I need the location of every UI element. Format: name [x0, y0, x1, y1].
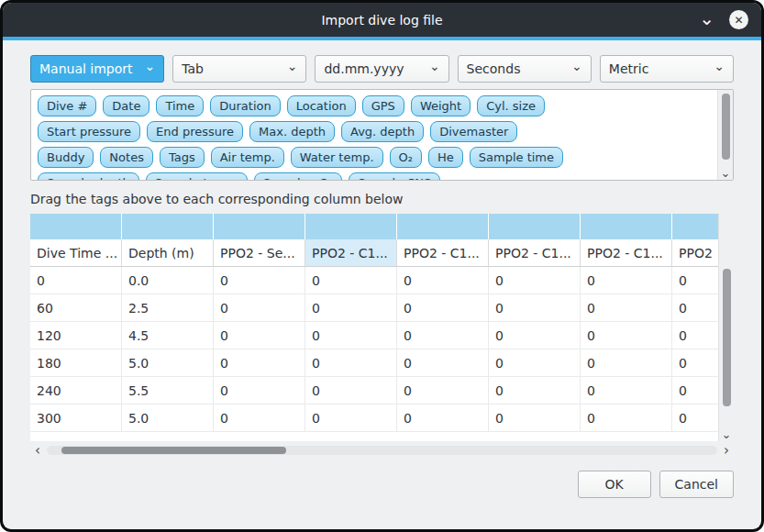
drop-target-row[interactable] — [30, 214, 718, 239]
table-cell: 0 — [489, 349, 581, 377]
chevron-down-icon: ⌄ — [571, 61, 582, 71]
table-cell: 240 — [30, 377, 122, 405]
scrollbar-thumb[interactable] — [61, 447, 286, 454]
table-horizontal-scrollbar[interactable]: ‹ › — [30, 443, 734, 458]
table-header-row: Dive Time ...Depth (m)PPO2 - Se...PPO2 -… — [30, 239, 718, 267]
tag-row: Dive #DateTimeDurationLocationGPSWeightC… — [38, 95, 714, 116]
tag-start-pressure[interactable]: Start pressure — [38, 121, 140, 142]
table-cell: 0 — [305, 322, 397, 349]
table-vertical-scrollbar[interactable]: ⌄ — [718, 214, 734, 441]
table-cell: 0 — [489, 294, 581, 322]
table-row: 1204.5000000 — [30, 322, 718, 349]
drop-target-cell[interactable] — [122, 214, 214, 239]
table-cell: 0 — [397, 377, 489, 405]
table-cell: 0 — [214, 294, 305, 322]
tag-dive[interactable]: Dive # — [38, 95, 96, 116]
tag-sample-depth[interactable]: Sample depth — [38, 172, 139, 180]
tag-sample-po[interactable]: Sample pO₂ — [254, 172, 343, 180]
drop-target-cell[interactable] — [305, 214, 397, 239]
titlebar-icons: ⌄ ✕ — [699, 3, 748, 37]
dropdown-manual-import[interactable]: Manual import⌄ — [30, 55, 164, 83]
chevron-down-icon[interactable]: ⌄ — [719, 429, 734, 440]
tag-max-depth[interactable]: Max. depth — [249, 121, 335, 142]
dropdown-dd-mm-yyyy[interactable]: dd.mm.yyyy⌄ — [315, 55, 448, 83]
window-title: Import dive log file — [321, 13, 442, 28]
table-cell: 0 — [397, 405, 489, 432]
tag-weight[interactable]: Weight — [411, 95, 471, 116]
tag-avg-depth[interactable]: Avg. depth — [341, 121, 424, 142]
scrollbar-thumb[interactable] — [722, 94, 730, 160]
tag-sample-cns[interactable]: Sample CNS — [349, 172, 440, 180]
tag-row: Sample depthSample temp.Sample pO₂Sample… — [38, 172, 714, 180]
tag-row: Start pressureEnd pressureMax. depthAvg.… — [38, 121, 714, 142]
table-cell: 0 — [397, 294, 489, 322]
table-cell: 0 — [672, 267, 718, 294]
table-cell: 5.5 — [122, 377, 214, 405]
table-cell: 0 — [214, 377, 305, 405]
table-cell: 0 — [489, 377, 581, 405]
table-cell: 0 — [305, 267, 397, 294]
column-header-3: PPO2 - C1... — [305, 239, 397, 267]
table-row: 00.0000000 — [30, 267, 718, 294]
scrollbar-track[interactable] — [47, 446, 717, 455]
chevron-down-icon[interactable]: ⌄ — [699, 12, 714, 28]
drop-target-cell[interactable] — [581, 214, 672, 239]
tag-list: Dive #DateTimeDurationLocationGPSWeightC… — [31, 90, 717, 180]
cancel-button[interactable]: Cancel — [659, 471, 734, 498]
tag-buddy[interactable]: Buddy — [38, 147, 94, 168]
column-header-0: Dive Time ... — [30, 239, 122, 267]
table-cell: 0 — [214, 405, 305, 432]
chevron-right-icon[interactable]: › — [719, 444, 734, 457]
tag-duration[interactable]: Duration — [210, 95, 280, 116]
tag-sample-time[interactable]: Sample time — [470, 147, 563, 168]
tag-divemaster[interactable]: Divemaster — [430, 121, 517, 142]
table-cell: 300 — [30, 405, 122, 432]
titlebar[interactable]: Import dive log file ⌄ ✕ — [3, 3, 761, 37]
dropdown-metric[interactable]: Metric⌄ — [600, 55, 734, 83]
drop-target-cell[interactable] — [30, 214, 122, 239]
drop-target-cell[interactable] — [489, 214, 581, 239]
tag-location[interactable]: Location — [287, 95, 356, 116]
column-header-6: PPO2 - C1... — [581, 239, 672, 267]
tag-tags[interactable]: Tags — [160, 147, 205, 168]
tag-sample-temp[interactable]: Sample temp. — [146, 172, 248, 180]
table-cell: 180 — [30, 349, 122, 377]
dropdown-label: Seconds — [467, 61, 521, 76]
tag-cyl-size[interactable]: Cyl. size — [477, 95, 545, 116]
table-cell: 0 — [305, 349, 397, 377]
table-body: 00.0000000602.50000001204.50000001805.00… — [30, 267, 718, 432]
dropdown-tab[interactable]: Tab⌄ — [172, 55, 306, 83]
drop-target-cell[interactable] — [397, 214, 489, 239]
tag-date[interactable]: Date — [103, 95, 149, 116]
dialog-frame: Import dive log file ⌄ ✕ Manual import⌄T… — [0, 0, 764, 532]
tag-air-temp[interactable]: Air temp. — [211, 147, 284, 168]
table-cell: 0 — [581, 322, 672, 349]
tag-end-pressure[interactable]: End pressure — [147, 121, 243, 142]
table-cell: 4.5 — [122, 322, 214, 349]
dropdown-label: Tab — [182, 61, 204, 76]
drop-target-cell[interactable] — [672, 214, 718, 239]
scrollbar-thumb[interactable] — [723, 269, 731, 406]
tag-he[interactable]: He — [428, 147, 463, 168]
table-cell: 120 — [30, 322, 122, 349]
import-dialog-window: Import dive log file ⌄ ✕ Manual import⌄T… — [3, 3, 761, 529]
tag-water-temp[interactable]: Water temp. — [291, 147, 383, 168]
table-row: 3005.0000000 — [30, 405, 718, 432]
tag-gps[interactable]: GPS — [362, 95, 404, 116]
chevron-down-icon[interactable]: ⌄ — [718, 168, 733, 179]
dropdown-label: Manual import — [39, 61, 133, 76]
table-cell: 0 — [397, 267, 489, 294]
dialog-buttons: OK Cancel — [30, 471, 734, 498]
drop-target-cell[interactable] — [214, 214, 305, 239]
tag-o[interactable]: O₂ — [390, 147, 422, 168]
tag-notes[interactable]: Notes — [100, 147, 153, 168]
tag-time[interactable]: Time — [156, 95, 204, 116]
ok-button[interactable]: OK — [578, 471, 651, 498]
dropdown-seconds[interactable]: Seconds⌄ — [458, 55, 592, 83]
tag-box: Dive #DateTimeDurationLocationGPSWeightC… — [30, 89, 734, 181]
table-cell: 0 — [489, 267, 581, 294]
tag-box-scrollbar[interactable]: ⌄ — [717, 90, 733, 180]
chevron-down-icon: ⌄ — [429, 61, 440, 71]
close-icon[interactable]: ✕ — [729, 10, 748, 29]
chevron-left-icon[interactable]: ‹ — [30, 444, 45, 457]
